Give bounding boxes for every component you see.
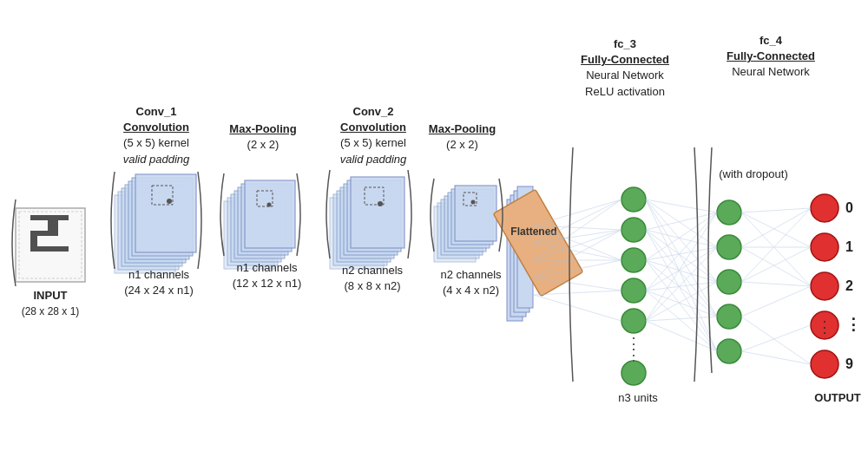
svg-line-113: [741, 286, 811, 317]
output-ellipsis: ⋮: [817, 318, 832, 336]
connections-fc4-out: [741, 208, 811, 364]
conv1-bottom-label: n1 channels (24 x 24 x n1): [111, 267, 207, 298]
output-9: 9: [845, 356, 853, 371]
maxpool1-brace-left: [220, 173, 224, 256]
svg-line-114: [741, 317, 811, 364]
maxpool1-bottom-label: n1 channels (12 x 12 x n1): [221, 260, 312, 291]
svg-point-57: [717, 270, 741, 294]
maxpool2-bottom-label: n2 channels (4 x 4 x n2): [425, 267, 516, 298]
svg-line-106: [741, 212, 811, 286]
conv1-label: Conv_1 Convolution (5 x 5) kernel valid …: [104, 104, 208, 167]
conv2-brace-right: [408, 170, 411, 258]
conv1-brace-left: [111, 172, 115, 269]
svg-line-99: [646, 212, 717, 321]
svg-point-14: [167, 199, 172, 204]
svg-rect-3: [30, 236, 37, 246]
svg-point-52: [621, 309, 646, 333]
svg-point-61: [811, 233, 838, 261]
svg-line-111: [741, 247, 811, 282]
svg-line-115: [741, 351, 811, 364]
svg-point-41: [471, 200, 476, 205]
svg-rect-4: [30, 246, 69, 252]
svg-line-79: [646, 199, 717, 212]
maxpool1-maps: [224, 180, 295, 269]
fc3-label: fc_3 Fully-Connected Neural Network ReLU…: [556, 36, 694, 100]
svg-line-116: [741, 325, 811, 351]
svg-line-89: [646, 212, 717, 260]
svg-line-102: [646, 317, 717, 321]
svg-rect-2: [30, 231, 58, 236]
svg-point-56: [717, 235, 741, 259]
svg-point-23: [267, 203, 272, 207]
svg-point-48: [621, 187, 646, 212]
fc4-label: fc_4 Fully-Connected Neural Network: [701, 33, 840, 81]
output-nodes: [811, 194, 838, 378]
conv1-maps: [115, 174, 196, 273]
connections-fc3-fc4: [646, 199, 717, 351]
conv2-label: Conv_2 Convolution (5 x 5) kernel valid …: [321, 104, 425, 167]
svg-line-107: [741, 208, 811, 247]
svg-line-109: [741, 247, 811, 286]
svg-point-62: [811, 272, 838, 300]
svg-line-88: [646, 230, 717, 351]
output-dots: ⋮: [845, 316, 861, 333]
svg-rect-1: [48, 220, 58, 231]
svg-point-64: [811, 350, 838, 378]
svg-line-101: [646, 282, 717, 321]
svg-line-83: [646, 199, 717, 351]
conv2-maps: [330, 177, 404, 269]
output-2: 2: [845, 278, 853, 293]
conv2-brace-left: [326, 170, 330, 258]
svg-line-85: [646, 230, 717, 247]
input-label: INPUT (28 x 28 x 1): [16, 288, 85, 319]
output-label: OUTPUT: [812, 390, 864, 406]
svg-line-104: [741, 208, 811, 212]
svg-line-81: [646, 199, 717, 282]
svg-point-50: [621, 248, 646, 272]
fc3-units-label: n3 units: [608, 390, 668, 406]
fc4-dropout-label: (with dropout): [701, 167, 806, 182]
svg-rect-0: [30, 215, 69, 220]
conv2-bottom-label: n2 channels (8 x 8 x n2): [325, 263, 420, 294]
svg-line-80: [646, 199, 717, 247]
svg-point-49: [621, 218, 646, 242]
svg-line-110: [741, 208, 811, 282]
output-0: 0: [845, 200, 853, 215]
fc4-nodes: [717, 200, 741, 363]
maxpool2-maps: [434, 186, 496, 262]
svg-point-51: [621, 278, 646, 303]
svg-point-54: [621, 361, 646, 385]
svg-line-96: [646, 282, 717, 291]
maxpool1-brace-right: [297, 173, 300, 256]
svg-line-84: [646, 212, 717, 230]
svg-point-58: [717, 304, 741, 329]
svg-line-98: [646, 291, 717, 351]
maxpool2-label: Max-Pooling (2 x 2): [417, 121, 508, 153]
svg-line-103: [646, 321, 717, 351]
svg-point-59: [717, 339, 741, 363]
diagram-container: Flattened ⋮: [0, 0, 868, 464]
svg-point-60: [811, 194, 838, 222]
fc3-brace-right: [694, 147, 698, 382]
conv1-brace-right: [198, 172, 201, 269]
svg-point-32: [378, 201, 383, 206]
svg-line-105: [741, 212, 811, 247]
svg-rect-39: [455, 186, 496, 241]
svg-point-55: [717, 200, 741, 225]
output-1: 1: [845, 239, 853, 254]
fc3-dots: ⋮: [626, 346, 641, 363]
svg-line-112: [741, 282, 811, 286]
maxpool1-label: Max-Pooling (2 x 2): [215, 121, 311, 153]
maxpool2-brace-left: [431, 179, 434, 252]
svg-line-69: [534, 295, 621, 321]
